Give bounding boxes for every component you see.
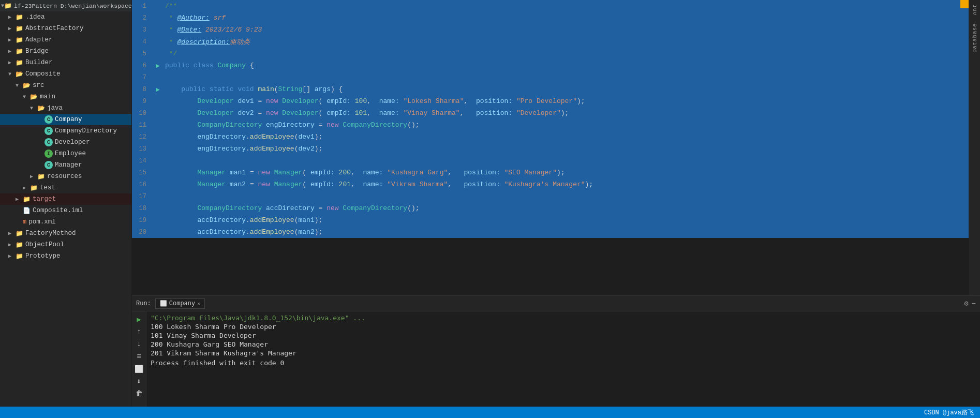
folder-open-icon: 📂 bbox=[16, 70, 23, 78]
arrow-icon: ▼ bbox=[30, 106, 37, 111]
run-output-text: Process finished with exit code 0 bbox=[151, 359, 284, 367]
arrow-icon: ▶ bbox=[8, 253, 16, 259]
folder-icon: 📁 bbox=[16, 13, 23, 21]
folder-icon: 📁 bbox=[16, 48, 23, 55]
folder-icon: 📁 bbox=[16, 36, 23, 44]
run-tab-close[interactable]: ✕ bbox=[197, 301, 200, 307]
tree-item-adapter[interactable]: ▶ 📁 Adapter bbox=[0, 34, 131, 46]
tree-label: Prototype bbox=[25, 252, 61, 260]
run-output-line-7: Process finished with exit code 0 bbox=[146, 359, 980, 367]
code-line-13: 13 engDirectory.addEmployee(dev2); bbox=[132, 143, 969, 155]
code-line-15: 15 Manager man1 = new Manager( empId: 20… bbox=[132, 167, 969, 178]
tree-item-prototype[interactable]: ▶ 📁 Prototype bbox=[0, 250, 131, 262]
run-label: Run: bbox=[136, 300, 151, 307]
arrow-icon: ▶ bbox=[8, 14, 16, 20]
code-line-10: 10 Developer dev2 = new Developer( empId… bbox=[132, 107, 969, 119]
run-output-line-2: 100 Lokesh Sharma Pro Developer bbox=[146, 322, 980, 331]
arrow-icon: ▶ bbox=[8, 242, 16, 248]
run-output-text: "C:\Program Files\Java\jdk1.8.0_152\bin\… bbox=[151, 314, 365, 322]
run-tab-bar: Run: ⬜ Company ✕ ⚙ − bbox=[132, 296, 980, 311]
code-line-1: 1 /** bbox=[132, 0, 969, 12]
tree-item-composite[interactable]: ▼ 📂 Composite bbox=[0, 68, 131, 80]
tree-item-main[interactable]: ▼ 📂 main bbox=[0, 91, 131, 102]
run-output-text: 200 Kushagra Garg SEO Manager bbox=[151, 340, 268, 348]
arrow-icon: ▶ bbox=[8, 37, 16, 43]
tree-item-root[interactable]: ▼ 📁 lf-23Pattern D:\wenjian\workspace bbox=[0, 0, 131, 11]
run-up-button[interactable]: ↑ bbox=[135, 327, 144, 336]
code-line-20: 20 accDirectory.addEmployee(man2); bbox=[132, 226, 969, 238]
tree-label: main bbox=[40, 93, 55, 100]
code-line-2: 2 * @Author: srf bbox=[132, 12, 969, 24]
tree-item-developer[interactable]: C Developer bbox=[0, 137, 131, 148]
tree-item-objectpool[interactable]: ▶ 📁 ObjectPool bbox=[0, 239, 131, 250]
settings-icon[interactable]: ⚙ bbox=[964, 299, 968, 308]
code-line-19: 19 accDirectory.addEmployee(man1); bbox=[132, 214, 969, 226]
tree-item-companydirectory[interactable]: C CompanyDirectory bbox=[0, 125, 131, 137]
java-class-icon: C bbox=[44, 138, 53, 146]
tree-label: AbstractFactory bbox=[25, 25, 84, 32]
tree-item-bridge[interactable]: ▶ 📁 Bridge bbox=[0, 46, 131, 57]
tree-item-src[interactable]: ▼ 📂 src bbox=[0, 80, 131, 91]
tree-label: Composite.iml bbox=[33, 207, 83, 214]
tree-item-resources[interactable]: ▶ 📁 resources bbox=[0, 171, 131, 182]
folder-icon: 📁 bbox=[16, 59, 23, 67]
code-line-14: 14 bbox=[132, 155, 969, 167]
run-clear-button[interactable]: 🗑 bbox=[135, 389, 144, 398]
tree-item-target[interactable]: ▶ 📁 target bbox=[0, 193, 131, 205]
code-line-16: 16 Manager man2 = new Manager( empId: 20… bbox=[132, 178, 969, 190]
folder-icon: 📁 bbox=[37, 173, 45, 181]
status-text: CSDN @java路飞 bbox=[924, 408, 974, 417]
run-tab-icon: ⬜ bbox=[160, 300, 167, 307]
arrow-icon: ▶ bbox=[23, 185, 30, 191]
tree-label: test bbox=[40, 184, 55, 191]
arrow-icon: ▼ bbox=[8, 71, 16, 77]
folder-icon: 📁 bbox=[16, 241, 23, 249]
java-class-icon: C bbox=[44, 127, 53, 135]
tree-label: Company bbox=[55, 116, 82, 123]
tree-item-pom-xml[interactable]: m pom.xml bbox=[0, 216, 131, 228]
tree-item-company[interactable]: C Company bbox=[0, 114, 131, 125]
top-right-indicator bbox=[960, 0, 969, 8]
minimize-icon[interactable]: − bbox=[972, 300, 976, 308]
database-tab[interactable]: Database bbox=[971, 19, 979, 57]
code-editor: 1 /** 2 * @Author: srf bbox=[132, 0, 969, 295]
code-line-5: 5 */ bbox=[132, 48, 969, 59]
run-rerun-button[interactable]: ≡ bbox=[135, 352, 144, 361]
folder-open-icon: 📂 bbox=[30, 93, 38, 101]
code-line-7: 7 bbox=[132, 71, 969, 83]
tree-item-employee[interactable]: I Employee bbox=[0, 148, 131, 159]
code-table: 1 /** 2 * @Author: srf bbox=[132, 0, 969, 238]
tree-label: resources bbox=[47, 173, 82, 180]
tree-item-test[interactable]: ▶ 📁 test bbox=[0, 182, 131, 193]
run-scroll-button[interactable]: ⬇ bbox=[135, 377, 144, 386]
tree-label: Adapter bbox=[25, 36, 53, 43]
tree-item-idea[interactable]: ▶ 📁 .idea bbox=[0, 11, 131, 23]
tree-item-composite-iml[interactable]: 📄 Composite.iml bbox=[0, 205, 131, 216]
folder-icon: 📁 bbox=[16, 252, 23, 260]
run-stop-button[interactable]: ⬜ bbox=[135, 364, 144, 374]
run-output-line-4: 200 Kushagra Garg SEO Manager bbox=[146, 340, 980, 349]
run-tab-company[interactable]: ⬜ Company ✕ bbox=[155, 298, 205, 309]
tree-item-factorymethod[interactable]: ▶ 📁 FactoryMethod bbox=[0, 228, 131, 239]
arrow-icon: ▶ bbox=[8, 25, 16, 32]
run-output-line-3: 101 Vinay Sharma Developer bbox=[146, 331, 980, 340]
tree-label: .idea bbox=[25, 13, 45, 21]
tree-label: Employee bbox=[55, 150, 86, 157]
tree-item-manager[interactable]: C Manager bbox=[0, 159, 131, 171]
java-class-icon: C bbox=[44, 115, 53, 124]
tree-item-abstractfactory[interactable]: ▶ 📁 AbstractFactory bbox=[0, 23, 131, 34]
code-line-9: 9 Developer dev1 = new Developer( empId:… bbox=[132, 95, 969, 107]
folder-icon: 📁 bbox=[30, 184, 38, 192]
run-play-button[interactable]: ▶ bbox=[135, 315, 144, 324]
folder-open-icon: 📂 bbox=[37, 104, 45, 112]
tree-item-java[interactable]: ▼ 📂 java bbox=[0, 102, 131, 114]
run-down-button[interactable]: ↓ bbox=[135, 339, 144, 349]
tree-label: Composite bbox=[25, 70, 61, 78]
ant-tab[interactable]: Ant bbox=[971, 0, 979, 19]
arrow-icon: ▶ bbox=[30, 173, 37, 180]
code-line-3: 3 * @Date: 2023/12/6 9:23 bbox=[132, 24, 969, 36]
tree-label: ObjectPool bbox=[25, 241, 64, 248]
tree-item-builder[interactable]: ▶ 📁 Builder bbox=[0, 57, 131, 68]
run-output-text: 100 Lokesh Sharma Pro Developer bbox=[151, 323, 276, 331]
code-line-8: 8 ▶ public static void main(String[] arg… bbox=[132, 83, 969, 95]
